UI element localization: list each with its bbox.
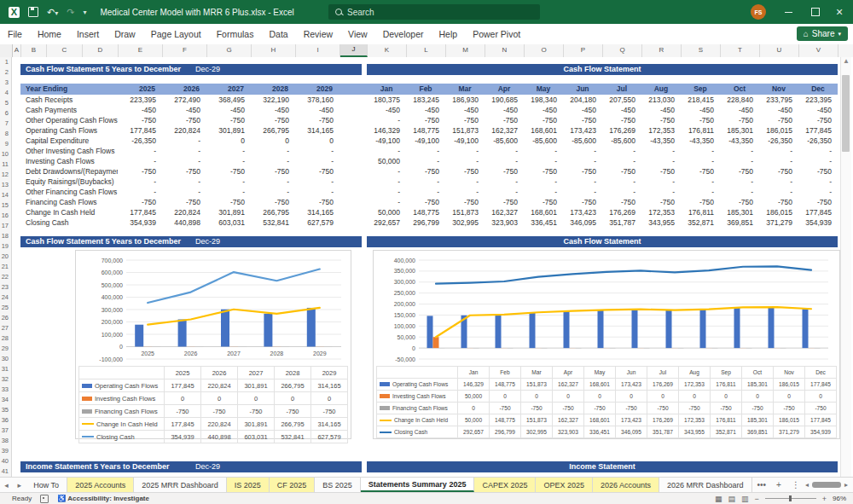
column-header-T[interactable]: T [721, 44, 760, 57]
cell[interactable]: -85,600 [524, 136, 563, 146]
ribbon-tab-review[interactable]: Review [296, 25, 340, 44]
cell[interactable]: 204,180 [563, 95, 602, 105]
cell[interactable]: 162,327 [485, 207, 524, 217]
row-header-21[interactable]: 21 [0, 262, 11, 272]
cell[interactable]: 223,395 [798, 95, 838, 105]
cell[interactable]: -750 [759, 115, 798, 125]
cell[interactable] [12, 217, 20, 228]
row-label[interactable]: Cash Payments [20, 105, 118, 115]
cell[interactable]: - [798, 156, 838, 166]
cell[interactable] [12, 115, 20, 125]
row-header-12[interactable]: 12 [0, 170, 11, 180]
row-header-16[interactable]: 16 [0, 211, 11, 221]
row-header-20[interactable]: 20 [0, 252, 11, 262]
column-header-L[interactable]: L [407, 44, 446, 57]
cell[interactable]: - [445, 177, 485, 187]
column-header-R[interactable]: R [642, 44, 682, 57]
row-header-19[interactable]: 19 [0, 241, 11, 252]
cell[interactable]: -750 [118, 115, 162, 125]
cell[interactable]: -750 [295, 115, 339, 125]
cell[interactable]: -750 [251, 115, 295, 125]
cell[interactable]: 198,340 [524, 95, 563, 105]
row-label[interactable]: Operating Cash Flows [20, 125, 118, 136]
sheet-tab-statements-summary-2025[interactable]: Statements Summary 2025 [361, 478, 475, 492]
zoom-out-icon[interactable]: − [754, 495, 758, 503]
cell[interactable]: -750 [206, 115, 251, 125]
cell[interactable] [339, 156, 367, 166]
cell[interactable]: - [485, 187, 524, 197]
cell[interactable]: - [162, 177, 206, 187]
cell[interactable]: 186,930 [445, 95, 485, 105]
month-header-jul[interactable]: Jul [602, 84, 641, 95]
cell[interactable]: - [118, 146, 162, 156]
cell[interactable] [12, 105, 20, 115]
cell[interactable]: -750 [406, 197, 445, 207]
column-header-O[interactable]: O [525, 44, 564, 57]
year-header-2026[interactable]: 2026 [162, 84, 206, 95]
cell[interactable] [339, 136, 367, 146]
zoom-level[interactable]: 96% [833, 495, 846, 502]
cell[interactable]: - [798, 187, 838, 197]
cell[interactable]: -750 [602, 166, 641, 177]
month-header-oct[interactable]: Oct [720, 84, 759, 95]
cell[interactable]: - [720, 156, 759, 166]
ribbon-tab-data[interactable]: Data [261, 25, 295, 44]
cell[interactable]: 162,327 [485, 125, 524, 136]
row-header-27[interactable]: 27 [0, 323, 11, 333]
cell[interactable]: -750 [798, 115, 838, 125]
row-label[interactable]: Equity Raisings/(Buybacks) [20, 177, 118, 187]
cell[interactable] [12, 177, 20, 187]
share-button[interactable]: ⌂ Share ▾ [797, 26, 848, 41]
sheet-tab-opex-2025[interactable]: OPEX 2025 [536, 478, 593, 492]
cell[interactable]: - [641, 187, 681, 197]
cell[interactable]: -49,100 [445, 136, 485, 146]
sheet-tab-is-2025[interactable]: IS 2025 [227, 478, 270, 492]
cell[interactable]: -750 [798, 197, 838, 207]
cell[interactable]: 146,329 [367, 125, 406, 136]
row-header-36[interactable]: 36 [0, 415, 11, 426]
column-header-Q[interactable]: Q [603, 44, 642, 57]
cell[interactable]: 0 [206, 136, 251, 146]
cell[interactable]: -26,350 [118, 136, 162, 146]
cell[interactable]: 323,903 [485, 217, 524, 228]
scroll-up-icon[interactable]: ▲ [841, 57, 851, 65]
cell[interactable]: 233,795 [759, 95, 798, 105]
cell[interactable]: 301,891 [206, 125, 251, 136]
row-label[interactable]: Investing Cash Flows [20, 156, 118, 166]
cell[interactable]: -750 [720, 166, 759, 177]
cell[interactable]: - [295, 187, 339, 197]
horizontal-scrollbar-thumb[interactable] [812, 482, 841, 488]
cell[interactable] [339, 125, 367, 136]
cell[interactable]: 371,279 [759, 217, 798, 228]
cell[interactable]: -750 [641, 197, 681, 207]
cell[interactable]: 302,995 [445, 217, 485, 228]
cell[interactable]: 168,601 [524, 207, 563, 217]
row-header-2[interactable]: 2 [0, 67, 11, 78]
ribbon-tab-file[interactable]: File [0, 25, 30, 44]
cell[interactable] [12, 125, 20, 136]
cell[interactable]: 343,955 [641, 217, 681, 228]
cell[interactable]: -85,600 [563, 136, 602, 146]
cell[interactable]: - [406, 146, 445, 156]
cell[interactable]: - [563, 177, 602, 187]
cell[interactable]: - [162, 156, 206, 166]
cell[interactable]: 177,845 [118, 207, 162, 217]
add-sheet-button[interactable]: + [771, 478, 786, 492]
month-header-may[interactable]: May [524, 84, 563, 95]
cell[interactable]: -43,350 [641, 136, 681, 146]
ribbon-tab-page-layout[interactable]: Page Layout [143, 25, 209, 44]
cell[interactable]: 223,395 [118, 95, 162, 105]
cell[interactable]: - [118, 187, 162, 197]
zoom-slider[interactable] [765, 498, 816, 499]
cell[interactable]: - [485, 146, 524, 156]
row-header-25[interactable]: 25 [0, 303, 11, 313]
sheet-tab-2025-accounts[interactable]: 2025 Accounts [67, 478, 134, 492]
cell[interactable]: -750 [485, 197, 524, 207]
row-header-10[interactable]: 10 [0, 149, 11, 159]
cell[interactable] [12, 166, 20, 177]
cell[interactable]: - [367, 115, 406, 125]
cell[interactable]: -750 [206, 166, 251, 177]
cell[interactable]: 218,415 [681, 95, 720, 105]
cell[interactable]: -750 [798, 166, 838, 177]
cell[interactable]: -750 [720, 115, 759, 125]
